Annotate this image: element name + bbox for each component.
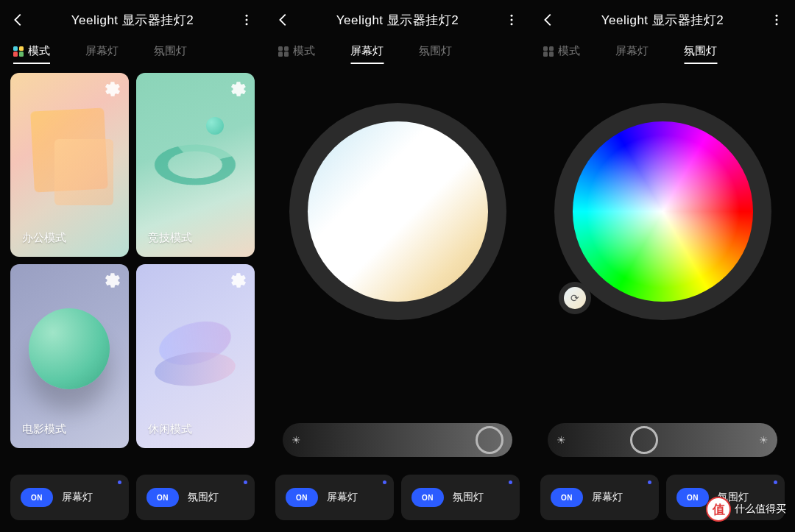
picker-swap-button[interactable]: ⟳: [559, 282, 591, 314]
toggle-screen-light[interactable]: ON 屏幕灯: [275, 475, 394, 520]
mode-card-label: 电影模式: [22, 422, 66, 436]
page-title: Yeelight 显示器挂灯2: [565, 12, 760, 29]
tab-ambient[interactable]: 氛围灯: [684, 44, 717, 63]
picker-ring: [289, 103, 506, 320]
tab-label: 屏幕灯: [350, 44, 384, 58]
gear-icon[interactable]: [104, 80, 121, 98]
gear-icon[interactable]: [230, 272, 247, 289]
page-title: Yeelight 显示器挂灯2: [35, 12, 230, 29]
tab-screen[interactable]: 屏幕灯: [85, 44, 119, 63]
svg-point-8: [776, 23, 778, 25]
tab-mode[interactable]: 模式: [278, 44, 315, 63]
mode-card-leisure[interactable]: 休闲模式: [136, 264, 255, 448]
brightness-slider[interactable]: ☀︎: [283, 423, 512, 457]
toggle-label: 屏幕灯: [592, 491, 623, 504]
tab-bar: 模式 屏幕灯 氛围灯: [530, 40, 795, 70]
indicator-dot: [118, 480, 121, 484]
tab-screen[interactable]: 屏幕灯: [615, 44, 649, 63]
indicator-dot: [383, 480, 386, 484]
tab-label: 模式: [28, 44, 50, 58]
tab-ambient[interactable]: 氛围灯: [154, 44, 187, 63]
toggle-screen-light[interactable]: ON 屏幕灯: [10, 475, 129, 520]
header: Yeelight 显示器挂灯2: [0, 0, 265, 40]
tab-label: 屏幕灯: [615, 44, 649, 58]
color-temperature-picker: [265, 70, 530, 320]
svg-point-6: [776, 15, 778, 17]
back-icon[interactable]: [275, 12, 292, 28]
tab-label: 模式: [293, 44, 315, 58]
screen-ambient-light: Yeelight 显示器挂灯2 模式 屏幕灯 氛围灯 ⟳ ☀︎: [530, 0, 795, 532]
mode-card-label: 竞技模式: [148, 231, 192, 245]
toggle-pill-on[interactable]: ON: [551, 488, 583, 507]
svg-point-2: [246, 23, 248, 25]
mode-icon: [543, 46, 554, 57]
toggle-screen-light[interactable]: ON 屏幕灯: [540, 475, 659, 520]
svg-point-1: [246, 19, 248, 21]
more-icon[interactable]: [504, 12, 520, 28]
toggle-pill-on[interactable]: ON: [676, 488, 709, 507]
tab-label: 模式: [558, 44, 580, 58]
tab-ambient[interactable]: 氛围灯: [419, 44, 452, 63]
mode-card-movie[interactable]: 电影模式: [10, 264, 129, 448]
screen-screen-light: Yeelight 显示器挂灯2 模式 屏幕灯 氛围灯 ☀︎: [265, 0, 530, 532]
back-icon[interactable]: [10, 12, 26, 28]
rgb-color-picker: ⟳: [530, 70, 795, 320]
tab-label: 氛围灯: [154, 44, 187, 58]
tab-screen[interactable]: 屏幕灯: [350, 44, 384, 63]
slider-track[interactable]: [308, 423, 504, 457]
gear-icon[interactable]: [230, 80, 247, 98]
tab-bar: 模式 屏幕灯 氛围灯: [265, 40, 530, 70]
watermark-text: 什么值得买: [735, 503, 786, 516]
brightness-slider[interactable]: ☀︎ ☀: [548, 423, 777, 457]
slider-thumb[interactable]: [630, 426, 658, 454]
back-icon[interactable]: [540, 12, 556, 28]
more-icon[interactable]: [768, 12, 785, 28]
toggle-pill-on[interactable]: ON: [21, 488, 53, 507]
screen-mode: Yeelight 显示器挂灯2 模式 屏幕灯 氛围灯 办公模式 竞技模式: [0, 0, 265, 532]
toggle-label: 氛围灯: [188, 491, 219, 504]
gear-icon[interactable]: [104, 272, 121, 289]
toggle-pill-on[interactable]: ON: [146, 488, 179, 507]
bottom-toggles: ON 屏幕灯 ON 氛围灯: [10, 475, 255, 520]
toggle-pill-on[interactable]: ON: [286, 488, 318, 507]
rgb-disc[interactable]: [573, 121, 753, 302]
indicator-dot: [244, 480, 247, 484]
indicator-dot: [774, 480, 777, 484]
mode-icon: [278, 46, 289, 57]
bottom-toggles: ON 屏幕灯 ON 氛围灯: [275, 475, 520, 520]
tab-mode[interactable]: 模式: [13, 44, 50, 63]
more-icon[interactable]: [239, 12, 255, 28]
slider-track[interactable]: [573, 423, 752, 457]
watermark-badge: 值: [706, 497, 731, 522]
brightness-low-icon: ☀︎: [292, 434, 301, 446]
brightness-low-icon: ☀︎: [556, 434, 566, 446]
header: Yeelight 显示器挂灯2: [265, 0, 530, 40]
toggle-label: 氛围灯: [453, 491, 484, 504]
mode-card-label: 办公模式: [22, 231, 66, 245]
indicator-dot: [648, 480, 651, 484]
header: Yeelight 显示器挂灯2: [530, 0, 795, 40]
toggle-label: 屏幕灯: [327, 491, 358, 504]
picker-ring: ⟳: [554, 103, 771, 320]
indicator-dot: [509, 480, 512, 484]
svg-point-4: [511, 19, 513, 21]
tab-label: 屏幕灯: [85, 44, 119, 58]
mode-card-gaming[interactable]: 竞技模式: [136, 73, 255, 257]
swap-icon: ⟳: [564, 287, 586, 309]
mode-grid: 办公模式 竞技模式 电影模式 休闲模式: [0, 70, 265, 448]
tab-bar: 模式 屏幕灯 氛围灯: [0, 40, 265, 70]
svg-point-0: [246, 15, 248, 17]
tab-mode[interactable]: 模式: [543, 44, 580, 63]
brightness-high-icon: ☀: [759, 434, 768, 446]
cct-disc[interactable]: [308, 121, 488, 302]
toggle-ambient-light[interactable]: ON 氛围灯: [401, 475, 520, 520]
watermark: 值 什么值得买: [706, 497, 786, 522]
slider-thumb[interactable]: [476, 426, 504, 454]
svg-point-3: [511, 15, 513, 17]
mode-icon: [13, 46, 24, 57]
mode-card-office[interactable]: 办公模式: [10, 73, 129, 257]
toggle-ambient-light[interactable]: ON 氛围灯: [136, 475, 255, 520]
toggle-pill-on[interactable]: ON: [411, 488, 444, 507]
tab-label: 氛围灯: [419, 44, 452, 58]
tab-label: 氛围灯: [684, 44, 717, 58]
